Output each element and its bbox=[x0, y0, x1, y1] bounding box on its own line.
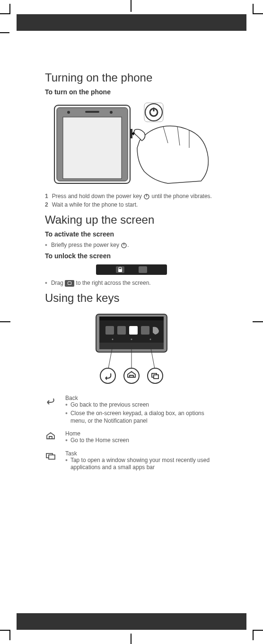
camera-slide-icon bbox=[139, 266, 147, 273]
subheading-turn-on: To turn on the phone bbox=[45, 88, 218, 96]
lockbar-illustration bbox=[96, 264, 167, 275]
step-1: 1 Press and hold down the power key unti… bbox=[45, 193, 218, 200]
key-row-home: Home •Go to the Home screen bbox=[45, 430, 218, 445]
svg-rect-4 bbox=[85, 111, 99, 113]
key-name-home: Home bbox=[65, 430, 218, 437]
key-table: Back •Go back to the previous screen •Cl… bbox=[45, 395, 218, 472]
svg-rect-21 bbox=[117, 326, 126, 335]
svg-point-3 bbox=[67, 111, 70, 114]
svg-rect-2 bbox=[63, 117, 122, 179]
phone-power-illustration bbox=[45, 100, 215, 186]
step-2: 2 Wait a while for the phone to start. bbox=[45, 201, 218, 209]
svg-rect-37 bbox=[49, 455, 55, 459]
keys-illustration bbox=[89, 312, 174, 388]
key-name-back: Back bbox=[65, 395, 218, 401]
footer-bar bbox=[17, 613, 246, 630]
svg-rect-35 bbox=[154, 375, 158, 379]
svg-point-31 bbox=[100, 368, 115, 383]
svg-point-32 bbox=[124, 368, 139, 383]
svg-rect-19 bbox=[99, 317, 164, 320]
svg-rect-20 bbox=[105, 326, 114, 335]
back-key-icon bbox=[45, 396, 56, 405]
heading-waking-up: Waking up the screen bbox=[45, 213, 218, 227]
task-key-icon bbox=[45, 451, 56, 461]
svg-rect-22 bbox=[129, 326, 138, 335]
key-name-task: Task bbox=[65, 450, 218, 457]
svg-point-26 bbox=[149, 339, 151, 340]
home-key-icon bbox=[45, 431, 56, 441]
key-row-task: Task •Tap to open a window showing your … bbox=[45, 450, 218, 472]
drag-bullet: • Drag to the right across the screen. bbox=[45, 280, 218, 287]
key-row-back: Back •Go back to the previous screen •Cl… bbox=[45, 395, 218, 426]
svg-point-5 bbox=[110, 111, 113, 114]
activate-bullets: • Briefly press the power key . bbox=[45, 242, 218, 249]
svg-rect-23 bbox=[141, 326, 149, 335]
svg-rect-16 bbox=[118, 269, 122, 272]
heading-using-keys: Using the keys bbox=[45, 291, 218, 305]
turn-on-steps: 1 Press and hold down the power key unti… bbox=[45, 193, 218, 209]
lock-icon bbox=[116, 266, 124, 273]
subheading-unlock: To unlock the screen bbox=[45, 252, 218, 260]
header-bar bbox=[17, 14, 246, 31]
lock-drag-icon bbox=[65, 280, 74, 287]
power-icon bbox=[143, 193, 150, 200]
drag-bullets: • Drag to the right across the screen. bbox=[45, 280, 218, 287]
heading-turning-on: Turning on the phone bbox=[45, 71, 218, 84]
svg-point-24 bbox=[112, 339, 113, 340]
activate-bullet: • Briefly press the power key . bbox=[45, 242, 218, 249]
svg-point-25 bbox=[131, 339, 132, 340]
power-icon bbox=[121, 242, 127, 249]
subheading-activate: To activate the screen bbox=[45, 230, 218, 238]
